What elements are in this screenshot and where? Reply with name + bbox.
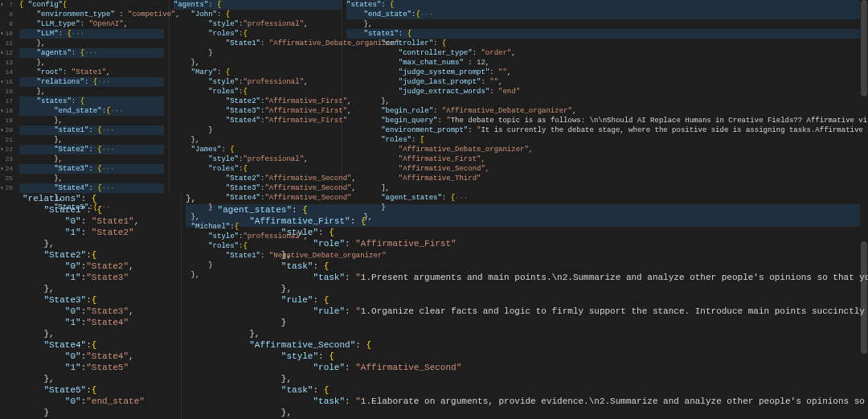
code-line[interactable]: "State5":{ (23, 384, 145, 396)
code-line[interactable]: }, (186, 283, 868, 294)
code-line[interactable]: }, (346, 19, 868, 29)
code-line[interactable]: "environment_type" : "competive", (19, 10, 180, 19)
code-line[interactable]: "Affirmative_First": { (186, 216, 868, 227)
code-line[interactable]: }, (186, 373, 868, 384)
code-line[interactable]: "begin_role": "Affirmative_Debate_organi… (346, 106, 868, 116)
code-line[interactable]: "State2":{ (23, 249, 145, 261)
code-line[interactable]: "states": { (346, 0, 868, 10)
code-line[interactable]: "0": "State1", (23, 216, 145, 227)
editor-pane-agents[interactable]: "agents": { "John": { "style":"professio… (169, 0, 342, 193)
code-line[interactable]: "State1": { (23, 204, 145, 216)
code-line[interactable]: "task": { (186, 384, 868, 396)
code-line[interactable]: "controller": { (346, 39, 868, 48)
code-line[interactable]: }, (186, 407, 868, 418)
code-line[interactable]: "rule": { (186, 294, 868, 306)
code-line[interactable]: ], (346, 183, 868, 193)
code-line[interactable]: "LLM_type": "OpenAI", (19, 19, 180, 29)
code-line[interactable]: "LLM": {··· (19, 29, 164, 39)
code-line[interactable]: "begin_query": "The debate topic is as f… (346, 116, 868, 125)
code-line[interactable]: "1":"State3" (23, 272, 145, 283)
code-line[interactable]: "task": { (186, 261, 868, 272)
line-number: 8 (0, 10, 18, 19)
code-line[interactable]: "role": "Affirmative_First" (186, 238, 868, 249)
code-line[interactable]: }, (186, 328, 868, 339)
editor-pane-relations[interactable]: "relations": { "State1": { "0": "State1"… (0, 193, 181, 419)
editor-pane-states[interactable]: "states": { "end_state":{··· }, "state1"… (342, 0, 868, 193)
code-line[interactable]: "style": { (186, 227, 868, 238)
code-line[interactable]: }, (346, 97, 868, 106)
code-line[interactable]: "judge_system_prompt": "", (346, 68, 868, 77)
code-line[interactable]: { "config"{ (19, 0, 180, 10)
line-number: ›7 (0, 0, 18, 10)
code-area[interactable]: "relations": { "State1": { "0": "State1"… (23, 193, 145, 419)
line-number: 25 (0, 174, 18, 183)
code-line[interactable]: "relations": { (23, 193, 145, 204)
code-line[interactable]: "Affirmative_Third" (346, 174, 868, 183)
code-line[interactable]: }, (23, 283, 145, 294)
code-line[interactable]: } (186, 317, 868, 328)
code-line[interactable]: "Affirmative_Second", (346, 164, 868, 174)
code-line[interactable]: "style": { (186, 351, 868, 362)
code-line[interactable]: }, (19, 39, 180, 48)
code-line[interactable]: "0":"State2", (23, 261, 145, 272)
code-area[interactable]: { "config"{ "environment_type" : "compet… (19, 0, 180, 212)
code-line[interactable]: "State4": {··· (19, 183, 164, 193)
code-line[interactable]: "agents": {··· (19, 48, 164, 58)
code-line[interactable]: "max_chat_nums" : 12, (346, 58, 868, 68)
code-line[interactable]: "environment_prompt": "It is currently t… (346, 125, 868, 135)
editor-pane-config[interactable]: ›789›1011›121314›151617›1819›2021›2223›2… (0, 0, 165, 193)
code-line[interactable]: "1": "State2" (23, 227, 145, 238)
code-line[interactable]: "controller_type": "order", (346, 48, 868, 58)
scrollbar[interactable] (860, 0, 868, 193)
code-line[interactable]: "end_state":{··· (346, 10, 868, 19)
code-line[interactable]: }, (23, 328, 145, 339)
code-line[interactable]: }, (19, 174, 180, 183)
code-line[interactable]: "judge_last_prompt": "", (346, 77, 868, 87)
code-line[interactable]: "agent_states": { (186, 204, 868, 216)
line-number: 19 (0, 116, 18, 125)
code-line[interactable]: }, (19, 116, 180, 125)
line-number: ›22 (0, 145, 18, 154)
code-line[interactable]: "0":"end_state" (23, 396, 145, 407)
code-line[interactable]: "state1": {··· (19, 125, 164, 135)
code-line[interactable]: "root": "State1", (19, 68, 180, 77)
code-line[interactable]: "agents": { (174, 0, 342, 10)
line-number: 11 (0, 39, 18, 48)
editor-pane-agentstates[interactable]: }, "agent_states": { "Affirmative_First"… (181, 193, 868, 419)
code-line[interactable]: "relations": {··· (19, 77, 164, 87)
line-number: 17 (0, 97, 18, 106)
code-line[interactable]: "states": { (19, 97, 164, 106)
code-line[interactable]: "task": "1.Present arguments and main po… (186, 272, 868, 283)
code-line[interactable]: "Affirmative_First", (346, 154, 868, 164)
code-line[interactable]: "Affirmative_Debate_organizer", (346, 145, 868, 154)
code-line[interactable]: "role": "Affirmative_Second" (186, 362, 868, 373)
code-line[interactable]: }, (23, 373, 145, 384)
code-line[interactable]: "1":"State4" (23, 317, 145, 328)
code-line[interactable]: "0":"State3", (23, 306, 145, 317)
scrollbar-thumb[interactable] (861, 0, 867, 97)
code-line[interactable]: }, (19, 58, 180, 68)
code-line[interactable]: "task": "1.Elaborate on arguments, provi… (186, 396, 868, 407)
code-area[interactable]: "states": { "end_state":{··· }, "state1"… (346, 0, 868, 222)
code-line[interactable]: "Affirmative_Second": { (186, 339, 868, 351)
code-line[interactable]: }, (19, 154, 180, 164)
scrollbar-thumb[interactable] (861, 241, 867, 354)
code-line[interactable]: "end_state":{··· (19, 106, 164, 116)
code-line[interactable]: } (23, 407, 145, 418)
code-line[interactable]: "roles": [ (346, 135, 868, 145)
code-line[interactable]: }, (19, 87, 180, 97)
code-line[interactable]: "State4":{ (23, 339, 145, 351)
code-area[interactable]: }, "agent_states": { "Affirmative_First"… (186, 193, 868, 419)
code-line[interactable]: }, (23, 238, 145, 249)
line-number: ›24 (0, 164, 18, 174)
code-line[interactable]: "State3":{ (23, 294, 145, 306)
code-line[interactable]: }, (19, 135, 180, 145)
code-line[interactable]: }, (186, 249, 868, 261)
code-line[interactable]: "judge_extract_words": "end" (346, 87, 868, 97)
code-line[interactable]: "rule": "1.Organize clear facts and logi… (186, 306, 868, 317)
code-line[interactable]: "0":"State4", (23, 351, 145, 362)
code-line[interactable]: "State2": {··· (19, 145, 164, 154)
code-line[interactable]: "1":"State5" (23, 362, 145, 373)
code-line[interactable]: "State3": {··· (19, 164, 164, 174)
code-line[interactable]: "state1": { (346, 29, 868, 39)
